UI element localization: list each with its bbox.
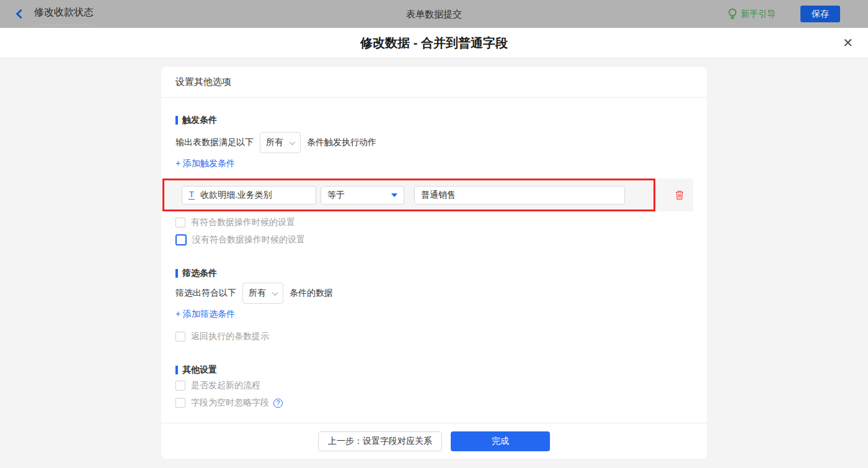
form-event-title: 表单数据提交 [406, 8, 462, 20]
condition-field-select[interactable]: T 收款明细.业务类别 [182, 186, 316, 205]
start-new-flow-checkbox-row[interactable]: 是否发起新的流程 [175, 380, 693, 391]
filter-sentence-prefix: 筛选出符合以下 [175, 288, 236, 299]
return-count-checkbox-row[interactable]: 返回执行的条数提示 [175, 331, 693, 342]
condition-field-value: 收款明细.业务类别 [200, 190, 272, 201]
add-trigger-condition-link[interactable]: + 添加触发条件 [175, 158, 235, 168]
done-button[interactable]: 完成 [451, 431, 550, 451]
top-bar: 修改收款状态 表单数据提交 新手引导 保存 [0, 0, 868, 28]
modal-body: 设置其他选项 触发条件 输出表数据满足以下 所有 条件触发执行动作 + 添加触发… [0, 67, 868, 468]
ignore-empty-field-checkbox-row[interactable]: 字段为空时忽略字段 ? [175, 397, 693, 408]
other-section-label: 其他设置 [182, 364, 217, 376]
trigger-sentence-suffix: 条件触发执行动作 [307, 137, 376, 148]
card-header-title: 设置其他选项 [161, 67, 707, 98]
chevron-down-icon [272, 289, 278, 296]
condition-value-input[interactable]: 普通销售 [414, 186, 625, 205]
caret-down-icon [391, 193, 397, 197]
filter-sentence-suffix: 条件的数据 [290, 288, 333, 299]
beginner-guide-link[interactable]: 新手引导 [728, 8, 776, 20]
section-accent-bar [175, 116, 178, 125]
condition-operator-select[interactable]: 等于 [321, 186, 404, 205]
section-accent-bar [175, 366, 178, 374]
previous-step-button[interactable]: 上一步：设置字段对应关系 [318, 431, 442, 451]
checkbox-label: 字段为空时忽略字段 [191, 397, 269, 408]
filter-match-select[interactable]: 所有 [242, 283, 283, 304]
card-footer: 上一步：设置字段对应关系 完成 [161, 423, 707, 459]
has-matching-data-checkbox-row[interactable]: 有符合数据操作时候的设置 [175, 217, 693, 228]
back-button[interactable]: 修改收款状态 [17, 4, 94, 24]
no-matching-data-checkbox-row[interactable]: 没有符合数据操作时候的设置 [175, 234, 693, 245]
save-button[interactable]: 保存 [800, 6, 840, 22]
trigger-condition-row: T 收款明细.业务类别 等于 普通销售 [162, 179, 693, 211]
chevron-down-icon [290, 139, 296, 145]
lightbulb-icon [728, 8, 737, 20]
close-icon[interactable]: ✕ [843, 37, 853, 49]
other-section-title: 其他设置 [175, 365, 693, 375]
section-accent-bar [175, 269, 178, 278]
checkbox-unchecked[interactable] [175, 218, 185, 227]
checkbox-label: 没有符合数据操作时候的设置 [192, 234, 305, 245]
checkbox-unchecked[interactable] [175, 381, 185, 391]
checkbox-unchecked[interactable] [175, 332, 185, 342]
trigger-sentence-prefix: 输出表数据满足以下 [175, 137, 254, 148]
beginner-guide-label: 新手引导 [741, 9, 776, 20]
condition-operator-value: 等于 [327, 190, 345, 201]
trigger-match-select[interactable]: 所有 [260, 132, 301, 153]
filter-match-select-value: 所有 [249, 288, 266, 299]
trigger-section-title: 触发条件 [175, 115, 693, 125]
add-filter-condition-link[interactable]: + 添加筛选条件 [175, 309, 235, 319]
text-field-type-icon: T [188, 190, 195, 200]
workflow-node-title[interactable]: 修改收款状态 [34, 6, 94, 25]
settings-card: 设置其他选项 触发条件 输出表数据满足以下 所有 条件触发执行动作 + 添加触发… [161, 67, 707, 459]
checkbox-label: 有符合数据操作时候的设置 [191, 217, 295, 228]
modal-title: 修改数据 - 合并到普通字段 [360, 35, 508, 51]
back-chevron-icon [16, 9, 26, 19]
checkbox-unchecked[interactable] [175, 398, 185, 408]
filter-sentence: 筛选出符合以下 所有 条件的数据 [175, 283, 693, 304]
checkbox-label: 是否发起新的流程 [191, 380, 260, 391]
trigger-section-label: 触发条件 [182, 115, 217, 126]
filter-section-title: 筛选条件 [175, 268, 693, 278]
modal-header: 修改数据 - 合并到普通字段 ✕ [0, 28, 868, 58]
filter-section-label: 筛选条件 [182, 268, 217, 279]
card-content: 触发条件 输出表数据满足以下 所有 条件触发执行动作 + 添加触发条件 T 收款… [161, 98, 707, 423]
condition-value-text: 普通销售 [421, 190, 456, 201]
trigger-match-select-value: 所有 [266, 137, 283, 148]
help-question-icon[interactable]: ? [273, 399, 283, 408]
checkbox-label: 返回执行的条数提示 [191, 331, 269, 342]
trigger-sentence: 输出表数据满足以下 所有 条件触发执行动作 [175, 132, 693, 153]
trash-icon [675, 190, 684, 200]
delete-condition-button[interactable] [675, 190, 684, 200]
checkbox-unchecked-focused[interactable] [175, 234, 187, 245]
